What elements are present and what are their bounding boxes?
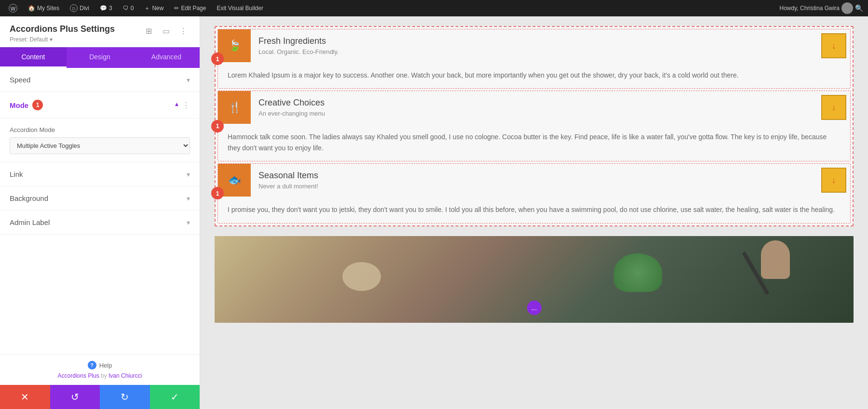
divi-icon: D (70, 4, 78, 12)
sidebar-header: Accordions Plus Settings Preset: Default… (0, 16, 200, 47)
chat-item[interactable]: 🗨 0 (119, 0, 138, 16)
accordion-title-2: Creative Choices (258, 98, 814, 108)
bubble-icon: 💬 (100, 5, 107, 12)
accordion-header-3: 🐟 Seasonal Items Never a dull moment! ↓ (218, 164, 850, 197)
sidebar-title: Accordions Plus Settings (10, 24, 115, 34)
section-mode[interactable]: Mode 1 ▾ ⋮ (0, 92, 200, 119)
accordion-icon-1: 🍃 (228, 40, 241, 52)
accordion-mode-select[interactable]: Multiple Active Toggles Single Active To… (10, 137, 190, 154)
accordion-icon-2: 🍴 (228, 101, 241, 114)
plugin-name-link[interactable]: Accordions Plus (58, 372, 99, 379)
accordion-subtitle-1: Local. Organic. Eco-Friendly. (258, 48, 814, 55)
accordion-container: 1 🍃 Fresh Ingredients Local. Organic. Ec… (215, 26, 854, 226)
search-icon[interactable]: 🔍 (855, 4, 863, 12)
item-badge-1: 1 (211, 53, 224, 65)
divi-label: Divi (80, 5, 89, 12)
help-label: Help (99, 362, 112, 369)
layout-icon[interactable]: ⊞ (142, 24, 155, 38)
comment-count: 3 (109, 5, 112, 12)
section-link[interactable]: Link ▾ (0, 162, 200, 186)
minimize-icon[interactable]: ▭ (159, 24, 173, 38)
mode-chevron: ▾ (175, 101, 178, 109)
image-placeholder: ... (215, 236, 854, 323)
accordion-body-1: Lorem Khaled Ipsum is a major key to suc… (218, 62, 850, 88)
chat-count: 0 (131, 5, 134, 12)
accordion-body-2: Hammock talk come soon. The ladies alway… (218, 124, 850, 161)
admin-bar-right: Howdy, Christina Gwira 🔍 (780, 2, 863, 14)
my-sites-item[interactable]: 🏠 My Sites (24, 0, 63, 16)
divi-overlay-button[interactable]: ... (527, 301, 542, 315)
link-chevron: ▾ (187, 171, 190, 178)
undo-button[interactable]: ↺ (50, 385, 100, 409)
exit-visual-builder-item[interactable]: Exit Visual Builder (213, 0, 267, 16)
tab-content[interactable]: Content (0, 47, 67, 68)
author-link[interactable]: Ivan Chiurcci (108, 372, 142, 379)
accordion-title-1: Fresh Ingredients (258, 36, 814, 46)
item-badge-2: 1 (211, 120, 224, 132)
sidebar-footer: ? Help Accordions Plus by Ivan Chiurcci (0, 354, 200, 385)
redo-button[interactable]: ↻ (100, 385, 150, 409)
sidebar-panel: Accordions Plus Settings Preset: Default… (0, 16, 200, 409)
image-section: ... (215, 236, 854, 323)
accordion-title-area-2: Creative Choices An ever-changing menu (251, 92, 821, 123)
tab-design[interactable]: Design (67, 47, 133, 68)
accordion-title-3: Seasonal Items (258, 171, 814, 181)
admin-bar: W 🏠 My Sites D Divi 💬 3 🗨 0 ＋ New ✏ (0, 0, 868, 16)
new-label: New (152, 5, 163, 12)
accordion-toggle-1[interactable]: ↓ (821, 33, 846, 58)
speed-label: Speed (10, 76, 30, 84)
mode-options-icon[interactable]: ⋮ (182, 101, 190, 110)
accordion-item-2: 1 🍴 Creative Choices An ever-changing me… (217, 91, 851, 161)
accordion-mode-label: Accordion Mode (10, 126, 190, 133)
accordion-item-3: 1 🐟 Seasonal Items Never a dull moment! … (217, 163, 851, 223)
sidebar-preset[interactable]: Preset: Default ▾ (10, 36, 115, 43)
sidebar-content: Speed ▾ Mode 1 ▾ ⋮ Accordion Mode Multip… (0, 68, 200, 354)
accordion-title-area-3: Seasonal Items Never a dull moment! (251, 165, 821, 196)
new-item[interactable]: ＋ New (140, 0, 167, 16)
tabs-bar: Content Design Advanced (0, 47, 200, 68)
wp-icon: W (9, 4, 17, 13)
my-sites-label: My Sites (37, 5, 59, 12)
accordion-toggle-2[interactable]: ↓ (821, 95, 846, 120)
accordion-toggle-3[interactable]: ↓ (821, 168, 846, 193)
main-layout: Accordions Plus Settings Preset: Default… (0, 16, 868, 409)
background-label: Background (10, 194, 48, 202)
img-bowl (342, 262, 381, 291)
section-background[interactable]: Background ▾ (0, 186, 200, 211)
save-button[interactable]: ✓ (150, 385, 200, 409)
tab-advanced[interactable]: Advanced (133, 47, 200, 68)
mode-badge: 1 (32, 100, 43, 110)
mode-label: Mode (10, 101, 28, 109)
accordion-icon-box-2: 🍴 (218, 91, 251, 124)
admin-label-chevron: ▾ (187, 219, 190, 226)
edit-page-label: Edit Page (181, 5, 206, 12)
img-hand (761, 240, 790, 279)
section-admin-label[interactable]: Admin Label ▾ (0, 211, 200, 235)
accordion-body-3: I promise you, they don't want you to je… (218, 197, 850, 223)
accordion-icon-3: 🐟 (228, 174, 241, 186)
mode-content: Accordion Mode Multiple Active Toggles S… (0, 119, 200, 162)
action-bar: ✕ ↺ ↻ ✓ (0, 385, 200, 409)
content-area: 1 🍃 Fresh Ingredients Local. Organic. Ec… (200, 16, 868, 409)
plugin-credit: Accordions Plus by Ivan Chiurcci (10, 372, 190, 379)
help-button[interactable]: ? Help (88, 361, 112, 369)
home-icon: 🏠 (28, 5, 35, 12)
cancel-button[interactable]: ✕ (0, 385, 50, 409)
divi-item[interactable]: D Divi (66, 0, 93, 16)
item-badge-3: 1 (211, 187, 224, 199)
pencil-icon: ✏ (174, 5, 179, 12)
admin-bar-left: W 🏠 My Sites D Divi 💬 3 🗨 0 ＋ New ✏ (5, 0, 780, 16)
comments-item[interactable]: 💬 3 (96, 0, 116, 16)
svg-text:W: W (11, 6, 16, 12)
svg-text:D: D (72, 6, 76, 11)
section-speed[interactable]: Speed ▾ (0, 68, 200, 92)
edit-page-item[interactable]: ✏ Edit Page (170, 0, 210, 16)
accordion-subtitle-2: An ever-changing menu (258, 110, 814, 117)
user-greeting: Howdy, Christina Gwira (780, 5, 840, 12)
more-options-icon[interactable]: ⋮ (176, 24, 190, 38)
accordion-title-area-1: Fresh Ingredients Local. Organic. Eco-Fr… (251, 30, 821, 61)
admin-label-label: Admin Label (10, 218, 50, 226)
avatar (841, 2, 853, 14)
wp-logo-item[interactable]: W (5, 0, 21, 16)
accordion-header-2: 🍴 Creative Choices An ever-changing menu… (218, 91, 850, 124)
